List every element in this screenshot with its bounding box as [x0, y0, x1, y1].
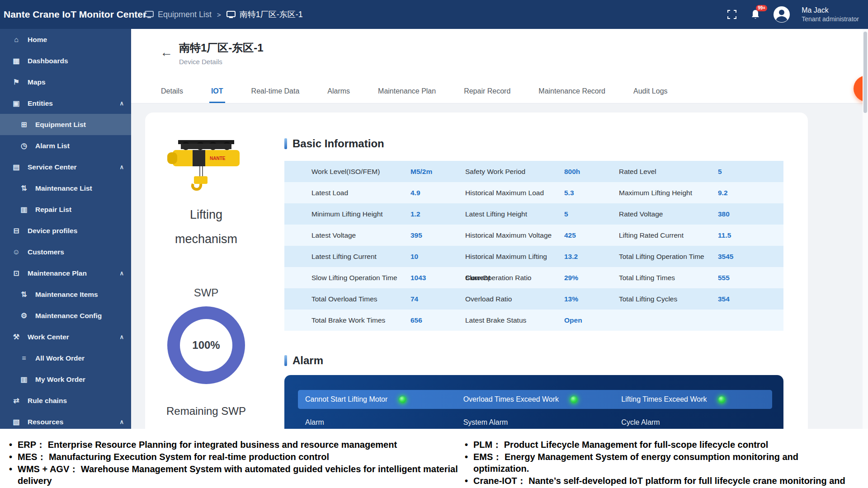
maintenance-plan-icon: ⊡ [11, 269, 22, 277]
sidebar-item-alarm-list[interactable]: ◷Alarm List [0, 135, 131, 156]
sidebar-item-label: Repair List [35, 206, 71, 214]
work-center-icon: ⚒ [11, 333, 22, 341]
alarm-list-icon: ◷ [19, 141, 29, 150]
tab-maintenance-plan[interactable]: Maintenance Plan [376, 81, 438, 103]
header-actions: 99+ Ma Jack Tenant administrator [726, 5, 868, 23]
breadcrumb-equipment-list[interactable]: Equipment List [145, 10, 212, 19]
section-accent-bar [284, 138, 287, 149]
main-content: ← 南特1厂区-东区-1 Device Details Details IOT … [131, 29, 868, 488]
breadcrumb-current-device[interactable]: 南特1厂区-东区-1 [226, 9, 303, 20]
top-header: Nante Crane IoT Monitor Center Equipment… [0, 0, 868, 29]
swp-value: 100% [192, 339, 220, 352]
all-work-order-icon: ≡ [19, 354, 29, 362]
maintenance-items-icon: ⇅ [19, 290, 29, 299]
basic-info-title-text: Basic Information [292, 137, 384, 150]
alarm-item: Alarm [298, 418, 456, 427]
sidebar-item-equipment-list[interactable]: ⊞Equipment List [0, 114, 131, 135]
info-panel: Basic Information Work Level(ISO/FEM)M5/… [267, 137, 808, 465]
user-name: Ma Jack [802, 5, 859, 15]
user-info[interactable]: Ma Jack Tenant administrator [802, 5, 861, 23]
rule-chains-icon: ⇄ [11, 396, 22, 405]
scrollbar-track [863, 29, 868, 429]
sidebar-item-maintenance-plan[interactable]: ⊡Maintenance Plan∧ [0, 263, 131, 284]
sidebar-item-label: Maintenance Plan [28, 269, 87, 277]
note-erp: ERP： Enterprise Resource Planning for in… [7, 439, 463, 450]
page-title: 南特1厂区-东区-1 [179, 41, 264, 55]
sidebar-item-label: Home [28, 36, 47, 44]
equipment-list-icon: ⊞ [19, 120, 29, 129]
basic-info-table: Work Level(ISO/FEM)M5/2m Safety Work Per… [284, 161, 783, 331]
notifications-button[interactable]: 99+ [749, 8, 762, 21]
alarm-item: Overload Times Exceed Work [456, 390, 614, 409]
table-row: Latest Load4.9 Historical Maximum Load5.… [284, 182, 783, 203]
scrollbar-thumb[interactable] [863, 32, 867, 113]
tab-real-time-data[interactable]: Real-time Data [250, 81, 302, 103]
note-wms-agv: WMS + AGV： Warehouse Management System w… [7, 463, 463, 487]
alarm-item: Cannot Start Lifting Motor [298, 390, 456, 409]
tab-alarms[interactable]: Alarms [326, 81, 352, 103]
basic-info-title: Basic Information [284, 137, 808, 150]
note-plm: PLM： Product Lifecycle Management for fu… [463, 439, 852, 450]
sidebar-item-my-work-order[interactable]: ▥My Work Order [0, 369, 131, 390]
fullscreen-button[interactable] [726, 8, 738, 21]
avatar-icon [773, 6, 790, 23]
chevron-up-icon: ∧ [119, 333, 124, 340]
sidebar-item-label: Device profiles [28, 227, 77, 235]
breadcrumb-separator: > [217, 11, 221, 19]
sidebar-item-maintenance-items[interactable]: ⇅Maintenance Items [0, 284, 131, 305]
sidebar-item-maintenance-config[interactable]: ⚙Maintenance Config [0, 305, 131, 326]
chevron-up-icon: ∧ [119, 270, 124, 277]
sidebar-item-home[interactable]: ⌂Home [0, 29, 131, 50]
maintenance-list-icon: ⇅ [19, 184, 29, 192]
sidebar-item-label: All Work Order [35, 354, 85, 362]
alarm-item: Lifting Times Exceed Work [614, 390, 772, 409]
chevron-up-icon: ∧ [119, 164, 124, 170]
user-avatar[interactable] [773, 5, 791, 23]
sidebar-item-customers[interactable]: ☺Customers [0, 241, 131, 263]
sidebar-item-maintenance-list[interactable]: ⇅Maintenance List [0, 178, 131, 199]
sidebar-item-all-work-order[interactable]: ≡All Work Order [0, 347, 131, 369]
sidebar-item-repair-list[interactable]: ▥Repair List [0, 199, 131, 220]
alarm-title: Alarm [284, 354, 808, 367]
table-row: Total Brake Work Times656 Latest Brake S… [284, 310, 783, 331]
device-profiles-icon: ⊟ [11, 226, 22, 235]
my-work-order-icon: ▥ [19, 375, 29, 384]
sidebar-item-label: Customers [28, 248, 64, 256]
table-row: Slow Lifting Operation Time1043 CurrentS… [284, 267, 783, 288]
back-button[interactable]: ← [160, 45, 173, 60]
table-row: Work Level(ISO/FEM)M5/2m Safety Work Per… [284, 161, 783, 182]
mechanism-name: Lifting mechanism [175, 202, 237, 251]
sidebar-item-label: My Work Order [35, 375, 85, 384]
sidebar-item-service-center[interactable]: ▤Service Center∧ [0, 156, 131, 178]
sidebar-item-label: Entities [28, 99, 53, 108]
status-ok-indicator [399, 396, 406, 403]
dashboards-icon: ▦ [11, 56, 22, 65]
sidebar-item-work-center[interactable]: ⚒Work Center∧ [0, 326, 131, 347]
section-accent-bar [284, 355, 287, 366]
service-center-icon: ▤ [11, 163, 22, 171]
page-header: ← 南特1厂区-东区-1 Device Details Details IOT … [131, 29, 868, 103]
sidebar-item-label: Service Center [28, 163, 77, 171]
tab-audit-logs[interactable]: Audit Logs [632, 81, 670, 103]
swp-donut-chart: 100% [167, 306, 245, 384]
svg-text:NANTE: NANTE [210, 156, 226, 161]
mechanism-panel: NANTE Lifting mechanism SWP 100% Remaini… [145, 137, 267, 465]
sidebar-item-rule-chains[interactable]: ⇄Rule chains [0, 390, 131, 411]
notes-left-column: ERP： Enterprise Resource Planning for in… [0, 439, 463, 488]
alarm-item: System Alarm [456, 418, 614, 427]
status-ok-indicator [718, 396, 725, 403]
sidebar-item-device-profiles[interactable]: ⊟Device profiles [0, 220, 131, 241]
sidebar-item-dashboards[interactable]: ▦Dashboards [0, 50, 131, 71]
sidebar-item-label: Alarm List [35, 142, 70, 150]
tab-iot[interactable]: IOT [209, 81, 225, 103]
tab-details[interactable]: Details [159, 81, 185, 103]
tab-maintenance-record[interactable]: Maintenance Record [537, 81, 607, 103]
table-row: Latest Voltage395 Historical Maximum Vol… [284, 225, 783, 246]
tab-repair-record[interactable]: Repair Record [462, 81, 512, 103]
alarm-title-text: Alarm [292, 354, 323, 367]
notes-right-column: PLM： Product Lifecycle Management for fu… [463, 439, 852, 488]
chevron-up-icon: ∧ [119, 100, 124, 107]
sidebar-item-maps[interactable]: ⚑Maps [0, 71, 131, 93]
status-ok-indicator [571, 396, 577, 403]
sidebar-item-entities[interactable]: ▣Entities∧ [0, 93, 131, 114]
